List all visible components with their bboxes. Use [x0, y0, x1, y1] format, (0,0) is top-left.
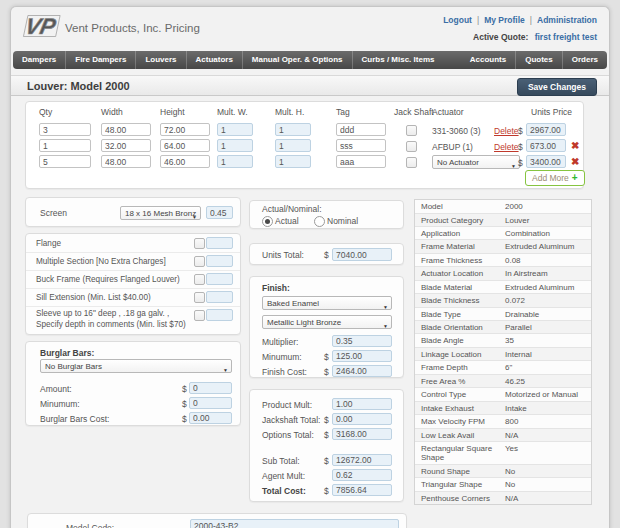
header-link-my-profile[interactable]: My Profile [484, 15, 525, 25]
spec-label: Free Area % [415, 375, 503, 387]
spec-label: Application [415, 227, 503, 239]
option-checkbox[interactable] [194, 256, 205, 267]
nav-tab-actuators[interactable]: Actuators [186, 51, 242, 69]
finish-value-input[interactable] [332, 350, 392, 362]
mult-w-input[interactable] [217, 155, 253, 168]
burglar-bars-select-value: No Burglar Bars [45, 362, 102, 371]
units-total-label: Units Total: [262, 250, 304, 260]
active-quote-link[interactable]: first freight test [535, 32, 597, 42]
totals-value-input[interactable] [332, 469, 392, 481]
currency-label: $ [324, 486, 329, 496]
burglar-bars-select[interactable]: No Burglar Bars ▼ [40, 359, 232, 373]
totals-value-input[interactable] [332, 428, 392, 440]
actuator-select[interactable]: No Actuator▼ [432, 155, 520, 169]
qty-input[interactable] [39, 123, 91, 136]
mult-w-input[interactable] [217, 123, 253, 136]
spec-label: Blade Type [415, 308, 503, 320]
burglar-bars-label: Burglar Bars: [40, 348, 94, 358]
nav-tab-fire-dampers[interactable]: Fire Dampers [65, 51, 135, 69]
spec-row-blade-material: Blade MaterialExtruded Aluminum [415, 280, 591, 293]
finish-color-select[interactable]: Metallic Light Bronze ▼ [262, 315, 392, 329]
width-input[interactable] [101, 155, 151, 168]
option-value-input[interactable] [206, 273, 233, 285]
option-value-input[interactable] [206, 237, 233, 249]
tag-input[interactable] [336, 155, 386, 168]
totals-value-input[interactable] [332, 398, 392, 410]
width-input[interactable] [101, 139, 151, 152]
finish-value-input[interactable] [332, 335, 392, 347]
spec-row-control-type: Control TypeMotorized or Manual [415, 387, 591, 400]
actual-nominal-label: Actual/Nominal: [262, 204, 322, 214]
option-checkbox[interactable] [194, 238, 205, 249]
save-changes-button[interactable]: Save Changes [517, 78, 597, 96]
model-code-input[interactable] [190, 519, 399, 528]
spec-row-blade-angle: Blade Angle35 [415, 333, 591, 346]
header-link-administration[interactable]: Administration [537, 15, 597, 25]
grid-col-header-qty: Qty [39, 107, 52, 117]
unit-price-input[interactable] [526, 123, 566, 136]
mult-h-input[interactable] [275, 139, 311, 152]
spec-row-frame-material: Frame MaterialExtruded Aluminum [415, 239, 591, 252]
option-label: Sleeve up to 16" deep , .18 ga galv. , S… [36, 309, 188, 330]
tag-input[interactable] [336, 123, 386, 136]
totals-value-input[interactable] [332, 454, 392, 466]
nav-tab-curbs-misc-items[interactable]: Curbs / Misc. Items [352, 51, 444, 69]
add-more-button[interactable]: Add More+ [525, 170, 585, 186]
spec-value: Extruded Aluminum [503, 240, 591, 252]
nominal-radio[interactable] [314, 216, 325, 227]
finish-value-input[interactable] [332, 365, 392, 377]
delete-actuator-link[interactable]: Delete [494, 126, 519, 136]
option-checkbox[interactable] [194, 274, 205, 285]
burglar-value-input[interactable] [189, 382, 232, 394]
currency-label: $ [324, 415, 329, 425]
nav-tab-quotes[interactable]: Quotes [515, 51, 562, 69]
option-checkbox[interactable] [194, 292, 205, 303]
nav-tab-manual-oper-options[interactable]: Manual Oper. & Options [242, 51, 352, 69]
remove-row-icon[interactable]: ✖ [571, 140, 579, 151]
model-code-panel: Model Code: [27, 513, 407, 528]
nav-tab-orders[interactable]: Orders [562, 51, 607, 69]
jack-shaft-checkbox[interactable] [406, 125, 417, 136]
mult-w-input[interactable] [217, 139, 253, 152]
units-total-input[interactable] [332, 248, 392, 261]
actual-radio[interactable] [262, 216, 273, 227]
tag-input[interactable] [336, 139, 386, 152]
jack-shaft-checkbox[interactable] [406, 157, 417, 168]
nav-tab-dampers[interactable]: Dampers [13, 51, 65, 69]
totals-value-input[interactable] [332, 484, 392, 496]
remove-row-icon[interactable]: ✖ [571, 156, 579, 167]
spec-value: 0.072 [503, 294, 591, 306]
height-input[interactable] [160, 123, 210, 136]
width-input[interactable] [101, 123, 151, 136]
totals-value-input[interactable] [332, 413, 392, 425]
header-link-logout[interactable]: Logout [443, 15, 472, 25]
option-row-4: Sleeve up to 16" deep , .18 ga galv. , S… [26, 306, 240, 336]
burglar-value-input[interactable] [189, 397, 232, 409]
mult-h-input[interactable] [275, 123, 311, 136]
nav-tab-accounts[interactable]: Accounts [461, 51, 515, 69]
currency-label: $ [182, 414, 187, 424]
option-checkbox[interactable] [194, 310, 205, 321]
height-input[interactable] [160, 139, 210, 152]
burglar-value-input[interactable] [189, 412, 232, 424]
finish-type-select-value: Baked Enamel [267, 299, 319, 308]
actuator-name: AFBUP (1) [432, 142, 473, 152]
height-input[interactable] [160, 155, 210, 168]
option-value-input[interactable] [206, 255, 233, 267]
spec-label: Frame Material [415, 240, 503, 252]
finish-type-select[interactable]: Baked Enamel ▼ [262, 296, 392, 310]
delete-actuator-link[interactable]: Delete [494, 142, 519, 152]
nav-tab-louvers[interactable]: Louvers [135, 51, 185, 69]
qty-input[interactable] [39, 155, 91, 168]
screen-select[interactable]: 18 x 16 Mesh Bronz ▼ [120, 206, 201, 220]
unit-price-input[interactable] [526, 155, 566, 168]
jack-shaft-checkbox[interactable] [406, 141, 417, 152]
mult-h-input[interactable] [275, 155, 311, 168]
screen-value-input[interactable] [206, 206, 233, 219]
option-value-input[interactable] [206, 291, 233, 303]
finish-row-label: Multiplier: [262, 337, 298, 347]
unit-price-input[interactable] [526, 139, 566, 152]
option-value-input[interactable] [206, 309, 233, 321]
option-row-3: Sill Extension (Min. List $40.00) [26, 288, 240, 307]
qty-input[interactable] [39, 139, 91, 152]
